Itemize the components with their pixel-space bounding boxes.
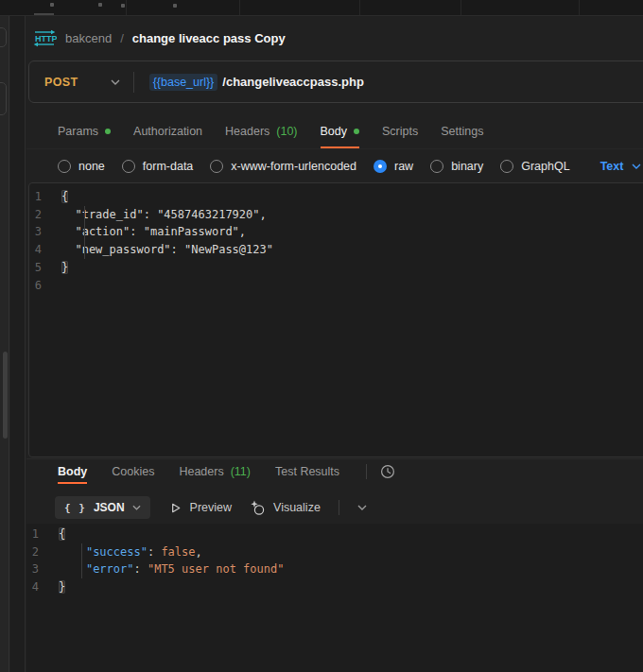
braces-icon: { } [64,502,86,514]
body-mode-graphql[interactable]: GraphQL [500,160,569,173]
tab-fragment-dot [50,3,54,7]
tab-fragment-dot [121,4,125,8]
code-content: { [61,188,68,206]
tab-label: Params [58,125,98,138]
response-tab-label: Headers [179,465,223,478]
line-number: 2 [26,543,59,561]
code-token: } [61,261,68,274]
line-number: 4 [29,241,61,259]
modified-dot-icon [354,129,359,134]
code-token: false [161,545,195,559]
code-token: { [59,527,65,541]
response-body-viewer[interactable]: 1{2 "success": false,3 "error": "MT5 use… [26,524,643,672]
code-line: 6 [29,277,643,295]
response-tab-body[interactable]: Body [58,459,87,484]
chevron-down-icon[interactable] [357,505,367,510]
tab-scripts[interactable]: Scripts [382,114,418,148]
tab-separator [461,0,461,15]
breadcrumb-collection[interactable]: bakcend [65,31,112,45]
radio-unchecked-icon[interactable] [58,160,71,173]
tab-label: Settings [441,125,483,138]
tab-label: Headers [225,125,269,138]
tab-label: Authorization [133,125,202,138]
code-content: "success": false, [59,543,202,561]
line-number: 4 [26,578,59,596]
body-mode-binary[interactable]: binary [430,160,483,173]
body-mode-label: raw [394,160,413,173]
history-clock-icon[interactable] [379,463,396,480]
code-line: 2 "success": false, [26,543,643,561]
tab-fragment-dot [173,4,177,8]
response-format-label: JSON [94,501,125,514]
tab-separator [126,0,127,15]
api-client-window: HTTP bakcend / change liveacc pass Copy … [0,0,643,672]
code-line: 4} [26,578,643,596]
code-token: : [133,562,147,576]
code-line: 4 "new_password": "NewPass@123" [29,241,643,259]
code-token: "new_password": "NewPass@123" [61,243,273,256]
tab-params[interactable]: Params [58,114,111,148]
code-content: } [59,578,65,596]
body-mode-label: none [78,160,105,173]
url-input[interactable]: {{base_url}} /changeliveaccpass.php [149,74,364,91]
url-path-text: /changeliveaccpass.php [222,75,364,89]
line-number: 5 [29,259,61,277]
tab-body[interactable]: Body [321,114,360,148]
body-mode-x-www-form-urlencoded[interactable]: x-www-form-urlencoded [210,160,356,173]
request-pane: HTTP bakcend / change liveacc pass Copy … [26,16,643,672]
radio-checked-icon[interactable] [374,160,387,173]
response-tabs-extra [366,459,396,484]
request-body-editor[interactable]: 1{2 "trade_id": "4587463217920",3 "actio… [28,182,643,457]
tab-label: Scripts [382,125,418,138]
code-line: 3 "error": "MT5 user not found" [26,560,643,578]
rail-button-cutoff[interactable] [0,27,7,47]
response-tabs: BodyCookiesHeaders(11)Test Results [26,458,643,484]
url-variable-chip[interactable]: {{base_url}} [149,74,218,91]
radio-unchecked-icon[interactable] [500,160,513,173]
line-number: 3 [26,560,59,578]
code-content: "action": "mainPassword", [61,223,246,241]
response-tab-headers[interactable]: Headers(11) [179,459,251,484]
radio-unchecked-icon[interactable] [210,160,223,173]
response-tab-test-results[interactable]: Test Results [275,459,339,484]
radio-unchecked-icon[interactable] [122,160,135,173]
tab-settings[interactable]: Settings [441,114,483,148]
radio-unchecked-icon[interactable] [430,160,443,173]
response-format-dropdown[interactable]: { } JSON [55,496,150,519]
tab-count-badge: (11) [231,465,251,478]
method-dropdown[interactable]: POST [29,76,133,89]
code-content: "new_password": "NewPass@123" [61,241,273,259]
visualize-button[interactable]: Visualize [250,500,321,516]
play-outline-icon [168,501,182,515]
chevron-down-icon [132,505,141,510]
breadcrumb-request-name[interactable]: change liveacc pass Copy [132,31,286,45]
raw-language-dropdown[interactable]: Text [600,160,642,173]
workspace-tab-strip[interactable] [0,0,643,16]
body-mode-none[interactable]: none [58,160,105,173]
code-line: 2 "trade_id": "4587463217920", [29,206,643,224]
tab-fragment-dot [98,3,102,7]
rail-button-cutoff[interactable] [0,82,7,115]
body-mode-raw[interactable]: raw [374,160,413,173]
code-line: 1{ [29,188,643,206]
code-token: "action": "mainPassword", [61,225,246,238]
body-mode-form-data[interactable]: form-data [122,160,194,173]
tab-authorization[interactable]: Authorization [133,114,202,148]
line-number: 6 [29,277,61,295]
tab-headers[interactable]: Headers(10) [225,114,297,148]
tabs-divider [366,464,367,479]
response-tab-cookies[interactable]: Cookies [112,459,154,484]
response-tab-label: Test Results [275,465,339,478]
preview-button[interactable]: Preview [168,501,232,515]
code-token: "error" [86,562,134,576]
vertical-scrollbar-thumb[interactable] [3,352,8,439]
response-tab-label: Body [58,465,87,478]
http-method-icon: HTTP [32,29,57,47]
raw-language-label: Text [600,160,624,173]
line-number: 1 [26,526,59,543]
breadcrumb-separator: / [120,31,124,45]
response-tab-label: Cookies [112,465,154,478]
line-number: 3 [29,223,61,241]
active-tab-indicator [34,13,54,15]
code-line: 1{ [26,526,643,543]
